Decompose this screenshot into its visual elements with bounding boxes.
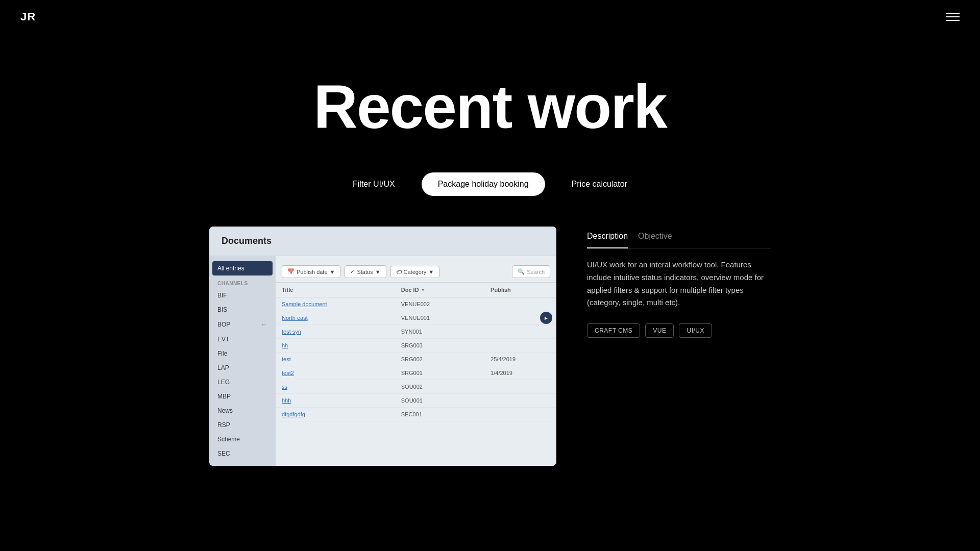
filter-price-button[interactable]: Price calculator xyxy=(555,172,644,196)
table-row: test SRG002 25/4/2019 xyxy=(276,353,556,366)
table-header: Title Doc ID ▼ Publish xyxy=(276,283,556,297)
sidebar-mbp[interactable]: MBP xyxy=(209,389,276,404)
col-header-title: Title xyxy=(282,287,401,293)
row-docid-0: VENUE002 xyxy=(401,301,491,307)
search-bar[interactable]: 🔍 Search xyxy=(512,265,550,278)
row-docid-2: SYN001 xyxy=(401,329,491,335)
row-title-5[interactable]: test2 xyxy=(282,370,401,376)
sidebar-scheme[interactable]: Scheme xyxy=(209,432,276,446)
description-tabs: Description Objective xyxy=(587,232,771,248)
row-docid-3: SRG003 xyxy=(401,342,491,348)
description-text: UI/UX work for an interal workflow tool.… xyxy=(587,259,771,309)
tags-container: CRAFT CMS VUE UI/UX xyxy=(587,323,771,338)
content-area: Documents All entries CHANNELS BIF BIS B… xyxy=(209,227,771,466)
table-row: ss SOU002 xyxy=(276,380,556,394)
sidebar-bif[interactable]: BIF xyxy=(209,288,276,303)
row-docid-4: SRG002 xyxy=(401,356,491,362)
row-docid-5: SRG001 xyxy=(401,370,491,376)
chevron-down-icon: ▼ xyxy=(330,269,335,275)
table-row: dfgdfgdfg SEC001 xyxy=(276,408,556,421)
category-filter[interactable]: 🏷 Category ▼ xyxy=(390,266,440,278)
row-title-4[interactable]: test xyxy=(282,356,401,362)
toolbar: 📅 Publish date ▼ ✓ Status ▼ 🏷 Category xyxy=(276,261,556,283)
row-title-0[interactable]: Sample document xyxy=(282,301,401,307)
row-docid-6: SOU002 xyxy=(401,384,491,390)
sidebar-sec[interactable]: SEC xyxy=(209,446,276,461)
description-panel: Description Objective UI/UX work for an … xyxy=(587,227,771,338)
filter-bar: Filter UI/UX Package holiday booking Pri… xyxy=(336,172,644,196)
table-row: North east VENUE001 ► xyxy=(276,311,556,325)
col-header-publish: Publish xyxy=(491,287,550,293)
sidebar-lap[interactable]: LAP xyxy=(209,361,276,375)
logo[interactable]: JR xyxy=(20,10,36,23)
sidebar-leg[interactable]: LEG xyxy=(209,375,276,389)
row-docid-8: SEC001 xyxy=(401,411,491,417)
sort-icon: ▼ xyxy=(421,288,425,292)
calendar-icon: 📅 xyxy=(287,268,295,275)
header: JR xyxy=(0,0,980,34)
row-publish-4: 25/4/2019 xyxy=(491,356,550,362)
sidebar-bop[interactable]: BOP ← xyxy=(209,317,276,332)
table-row: hhh SOU001 xyxy=(276,394,556,408)
sidebar-file[interactable]: File xyxy=(209,346,276,361)
filter-package-button[interactable]: Package holiday booking xyxy=(422,172,545,196)
row-docid-7: SOU001 xyxy=(401,397,491,404)
app-title: Documents xyxy=(209,227,556,256)
table-row: Sample document VENUE002 xyxy=(276,297,556,311)
sidebar-rsp[interactable]: RSP xyxy=(209,418,276,432)
tag-craft-cms: CRAFT CMS xyxy=(587,323,640,338)
app-body: All entries CHANNELS BIF BIS BOP ← EVT F… xyxy=(209,256,556,466)
row-title-7[interactable]: hhh xyxy=(282,397,401,404)
table-row: hh SRG003 xyxy=(276,339,556,353)
table-area: 📅 Publish date ▼ ✓ Status ▼ 🏷 Category xyxy=(276,256,556,466)
col-header-docid: Doc ID ▼ xyxy=(401,287,491,293)
chevron-down-icon-2: ▼ xyxy=(375,269,381,275)
app-screenshot: Documents All entries CHANNELS BIF BIS B… xyxy=(209,227,556,466)
check-icon: ✓ xyxy=(350,268,355,275)
row-title-1[interactable]: North east xyxy=(282,315,401,321)
row-title-2[interactable]: test syn xyxy=(282,329,401,335)
row-title-6[interactable]: ss xyxy=(282,384,401,390)
filter-ui-ux-button[interactable]: Filter UI/UX xyxy=(336,172,411,196)
sidebar-bis[interactable]: BIS xyxy=(209,303,276,317)
row-publish-5: 1/4/2019 xyxy=(491,370,550,376)
table-row: test2 SRG001 1/4/2019 xyxy=(276,366,556,380)
sidebar-evt[interactable]: EVT xyxy=(209,332,276,346)
tab-objective[interactable]: Objective xyxy=(638,232,672,244)
tab-description[interactable]: Description xyxy=(587,232,628,248)
row-title-8[interactable]: dfgdfgdfg xyxy=(282,411,401,417)
tag-vue: VUE xyxy=(645,323,674,338)
hamburger-menu[interactable] xyxy=(946,13,960,21)
search-icon: 🔍 xyxy=(518,268,525,275)
table-row: test syn SYN001 xyxy=(276,325,556,339)
sidebar-all-entries[interactable]: All entries xyxy=(212,261,273,276)
page-title: Recent work xyxy=(313,71,667,142)
tag-icon: 🏷 xyxy=(396,269,402,275)
sidebar-news[interactable]: News xyxy=(209,404,276,418)
row-title-3[interactable]: hh xyxy=(282,342,401,348)
status-filter[interactable]: ✓ Status ▼ xyxy=(345,265,386,278)
chevron-down-icon-3: ▼ xyxy=(428,269,434,275)
row-docid-1: VENUE001 xyxy=(401,315,491,321)
sidebar-channels-label: CHANNELS xyxy=(209,276,276,288)
next-arrow[interactable]: ► xyxy=(540,312,552,324)
publish-date-filter[interactable]: 📅 Publish date ▼ xyxy=(282,265,340,278)
data-table: Title Doc ID ▼ Publish Sample document V… xyxy=(276,283,556,421)
app-sidebar: All entries CHANNELS BIF BIS BOP ← EVT F… xyxy=(209,256,276,466)
main-content: Recent work Filter UI/UX Package holiday… xyxy=(0,0,980,466)
tag-ui-ux: UI/UX xyxy=(679,323,712,338)
